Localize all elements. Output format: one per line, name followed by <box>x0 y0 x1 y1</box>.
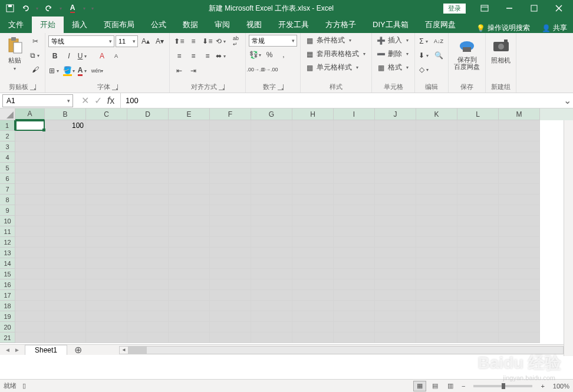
cell-D19[interactable] <box>127 311 169 322</box>
cell-H10[interactable] <box>292 216 334 226</box>
sheet-tab[interactable]: Sheet1 <box>25 345 67 355</box>
cell-F21[interactable] <box>210 332 251 343</box>
sort-filter-icon[interactable]: A↓Z <box>432 35 445 48</box>
cell-D6[interactable] <box>127 173 169 184</box>
merge-icon[interactable]: ⬌▾ <box>215 50 228 62</box>
cell-J18[interactable] <box>375 301 416 311</box>
cell-H3[interactable] <box>292 141 334 152</box>
cell-D13[interactable] <box>127 248 169 258</box>
maximize-icon[interactable] <box>522 0 546 17</box>
cell-H4[interactable] <box>292 152 334 163</box>
cell-M12[interactable] <box>499 237 540 248</box>
cell-F3[interactable] <box>210 141 251 152</box>
tab-文件[interactable]: 文件 <box>0 17 32 33</box>
cell-G9[interactable] <box>251 205 292 216</box>
cell-M1[interactable] <box>499 120 540 131</box>
col-header-C[interactable]: C <box>86 108 127 120</box>
cell-J9[interactable] <box>375 205 416 216</box>
col-header-M[interactable]: M <box>499 108 540 120</box>
cell-D10[interactable] <box>127 216 169 226</box>
cell-M9[interactable] <box>499 205 540 216</box>
cell-H14[interactable] <box>292 258 334 269</box>
cell-L9[interactable] <box>457 205 499 216</box>
cell-B16[interactable] <box>45 279 86 290</box>
cell-F2[interactable] <box>210 131 251 141</box>
cell-L1[interactable] <box>457 120 499 131</box>
cell-L6[interactable] <box>457 173 499 184</box>
macro-record-icon[interactable]: ▯ <box>22 382 26 390</box>
cell-C7[interactable] <box>86 184 127 195</box>
cell-J14[interactable] <box>375 258 416 269</box>
cell-E3[interactable] <box>169 141 210 152</box>
font-launcher[interactable] <box>112 84 118 90</box>
cell-C8[interactable] <box>86 195 127 205</box>
cell-B5[interactable] <box>45 163 86 173</box>
cell-B6[interactable] <box>45 173 86 184</box>
cell-M8[interactable] <box>499 195 540 205</box>
col-header-J[interactable]: J <box>375 108 416 120</box>
cell-G11[interactable] <box>251 226 292 237</box>
cell-B18[interactable] <box>45 301 86 311</box>
cell-E5[interactable] <box>169 163 210 173</box>
cell-D3[interactable] <box>127 141 169 152</box>
cell-G16[interactable] <box>251 279 292 290</box>
increase-font-alt-icon[interactable]: A <box>95 50 108 62</box>
cell-styles-button[interactable]: ▦单元格样式▾ <box>304 62 368 73</box>
name-box[interactable]: A1 <box>2 94 73 107</box>
save-to-baidu-button[interactable]: 保存到 百度网盘 <box>452 35 482 71</box>
cell-K14[interactable] <box>416 258 457 269</box>
cell-F7[interactable] <box>210 184 251 195</box>
tab-数据[interactable]: 数据 <box>174 17 206 33</box>
cell-L2[interactable] <box>457 131 499 141</box>
cell-L8[interactable] <box>457 195 499 205</box>
cell-I12[interactable] <box>334 237 375 248</box>
row-header-4[interactable]: 4 <box>0 152 15 163</box>
cell-F15[interactable] <box>210 269 251 279</box>
cell-B7[interactable] <box>45 184 86 195</box>
col-header-H[interactable]: H <box>292 108 334 120</box>
cell-H1[interactable] <box>292 120 334 131</box>
cell-B2[interactable] <box>45 131 86 141</box>
redo-dropdown[interactable]: ▾ <box>58 6 64 11</box>
cell-B10[interactable] <box>45 216 86 226</box>
cell-B3[interactable] <box>45 141 86 152</box>
cell-I1[interactable] <box>334 120 375 131</box>
find-icon[interactable]: 🔍 <box>432 49 445 62</box>
row-header-9[interactable]: 9 <box>0 205 15 216</box>
cell-K12[interactable] <box>416 237 457 248</box>
cell-G17[interactable] <box>251 290 292 301</box>
align-right-icon[interactable]: ≡ <box>201 50 214 62</box>
cell-D11[interactable] <box>127 226 169 237</box>
cell-I14[interactable] <box>334 258 375 269</box>
cell-J1[interactable] <box>375 120 416 131</box>
cell-M4[interactable] <box>499 152 540 163</box>
cell-E18[interactable] <box>169 301 210 311</box>
cell-D2[interactable] <box>127 131 169 141</box>
col-header-B[interactable]: B <box>45 108 86 120</box>
col-header-I[interactable]: I <box>334 108 375 120</box>
minimize-icon[interactable] <box>498 0 521 17</box>
cell-G1[interactable] <box>251 120 292 131</box>
row-header-10[interactable]: 10 <box>0 216 15 226</box>
qat-customize-dropdown[interactable]: ▾ <box>90 6 95 11</box>
cell-F11[interactable] <box>210 226 251 237</box>
cell-M11[interactable] <box>499 226 540 237</box>
row-header-5[interactable]: 5 <box>0 163 15 173</box>
cell-F13[interactable] <box>210 248 251 258</box>
cell-D4[interactable] <box>127 152 169 163</box>
align-launcher[interactable] <box>219 84 225 90</box>
fill-icon[interactable]: ⬇▾ <box>418 49 431 62</box>
zoom-out-button[interactable]: − <box>459 383 467 390</box>
cell-F10[interactable] <box>210 216 251 226</box>
cell-G14[interactable] <box>251 258 292 269</box>
cell-I8[interactable] <box>334 195 375 205</box>
zoom-level[interactable]: 100% <box>553 383 569 390</box>
row-header-16[interactable]: 16 <box>0 279 15 290</box>
cell-M10[interactable] <box>499 216 540 226</box>
italic-button[interactable]: I <box>62 50 75 62</box>
clear-icon[interactable]: ◇▾ <box>418 63 431 76</box>
cell-A19[interactable] <box>15 311 45 322</box>
cell-M17[interactable] <box>499 290 540 301</box>
cell-J16[interactable] <box>375 279 416 290</box>
normal-view-icon[interactable]: ▦ <box>413 381 426 391</box>
